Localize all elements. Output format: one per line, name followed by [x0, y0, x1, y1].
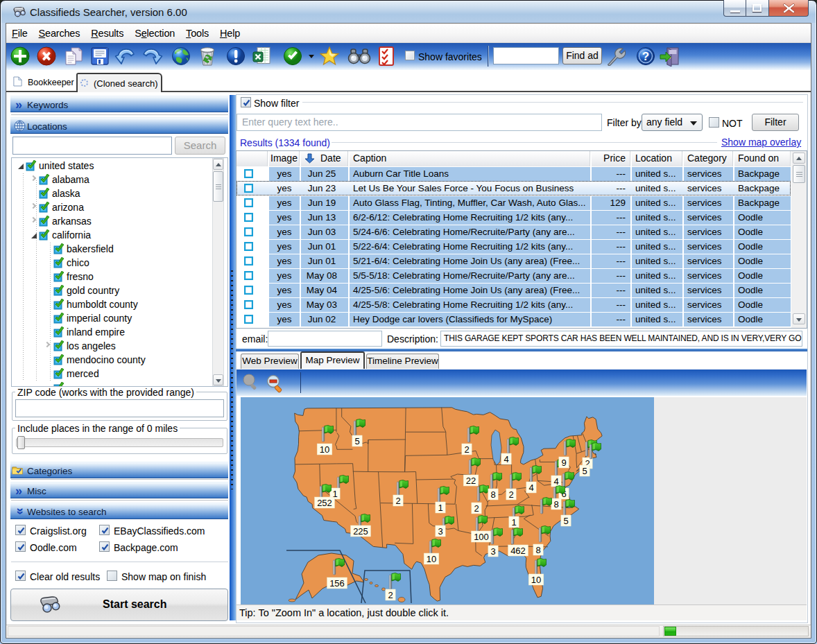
svg-text:2: 2 — [395, 496, 400, 506]
svg-text:1: 1 — [438, 503, 442, 513]
svg-text:1: 1 — [511, 517, 516, 528]
svg-text:3: 3 — [438, 526, 442, 537]
svg-text:2: 2 — [508, 489, 513, 500]
svg-text:3: 3 — [490, 546, 495, 557]
svg-text:5: 5 — [354, 436, 359, 446]
svg-text:22: 22 — [466, 476, 476, 486]
svg-text:8: 8 — [553, 499, 558, 510]
svg-text:4: 4 — [553, 476, 558, 487]
svg-text:225: 225 — [353, 526, 368, 537]
svg-text:10: 10 — [320, 444, 329, 455]
svg-text:4: 4 — [504, 454, 508, 464]
svg-text:?: ? — [642, 50, 649, 63]
svg-text:252: 252 — [317, 498, 332, 508]
svg-text:8: 8 — [490, 489, 495, 500]
svg-text:156: 156 — [329, 578, 345, 589]
svg-text:9: 9 — [561, 458, 566, 468]
svg-text:100: 100 — [474, 532, 489, 542]
svg-text:8: 8 — [535, 545, 540, 555]
svg-text:5: 5 — [563, 516, 568, 526]
svg-text:10: 10 — [427, 554, 436, 564]
svg-text:4: 4 — [528, 482, 533, 493]
svg-text:10: 10 — [531, 575, 541, 585]
svg-text:462: 462 — [510, 546, 526, 556]
svg-text:2: 2 — [464, 444, 469, 455]
svg-text:2: 2 — [388, 590, 393, 600]
svg-text:5: 5 — [582, 466, 587, 476]
svg-text:2: 2 — [474, 503, 479, 514]
